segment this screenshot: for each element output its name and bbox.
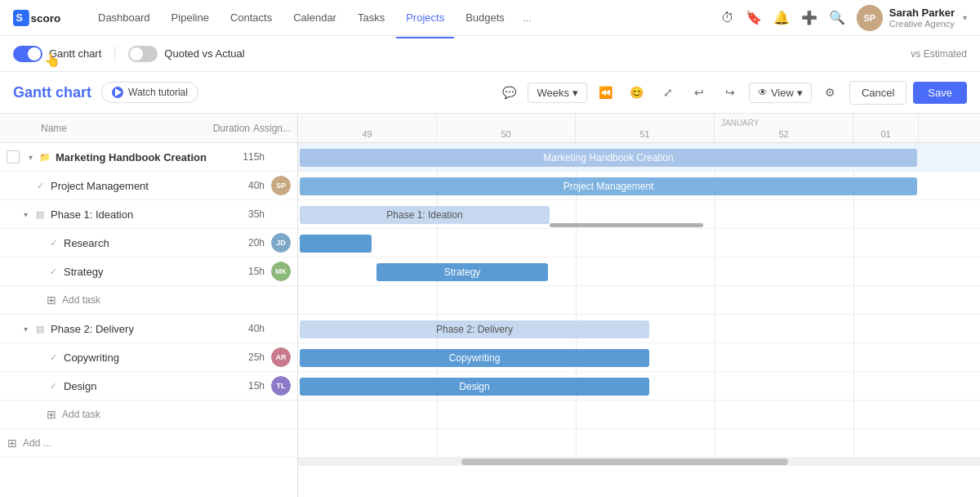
gantt-row: Project Management <box>298 172 980 200</box>
comment-icon-btn[interactable]: 💬 <box>497 80 521 105</box>
undo-icon-btn[interactable]: ↩ <box>687 80 711 105</box>
expand-icon[interactable] <box>33 351 44 363</box>
add-group-button[interactable]: ⊞ Add ... <box>0 429 297 458</box>
expand-icon[interactable]: ▾ <box>20 208 31 220</box>
quoted-vs-actual-label: Quoted vs Actual <box>164 47 244 60</box>
nav-more-button[interactable]: ... <box>516 7 538 29</box>
nav-item-tasks[interactable]: Tasks <box>348 7 394 29</box>
add-task-button-phase2[interactable]: ⊞ Add task <box>0 401 297 429</box>
add-group-label: Add ... <box>23 437 51 449</box>
row-name: Marketing Handbook Creation <box>56 151 216 163</box>
watch-tutorial-button[interactable]: Watch tutorial <box>101 82 198 103</box>
gantt-bar-marketing[interactable]: Marketing Handbook Creation <box>300 149 917 167</box>
plus-icon: ⊞ <box>46 294 57 306</box>
toolbar-divider <box>114 46 115 62</box>
eye-icon: 👁 <box>758 87 768 98</box>
quoted-toggle-switch[interactable] <box>128 46 158 62</box>
row-duration: 15h <box>216 266 265 277</box>
week-col-52: 52 <box>715 114 853 142</box>
save-button[interactable]: Save <box>913 82 967 104</box>
svg-text:S: S <box>16 12 23 24</box>
plus-circle-icon[interactable]: ➕ <box>801 10 817 25</box>
gantt-bar-phase1[interactable]: Phase 1: Ideation <box>300 206 550 224</box>
cancel-button[interactable]: Cancel <box>849 81 906 105</box>
avatar: AR <box>271 347 291 367</box>
expand-icon[interactable] <box>33 266 44 277</box>
folder-icon: 📁 <box>39 151 51 163</box>
gantt-bar-copywriting[interactable]: Copywriting <box>300 349 649 367</box>
phase-icon: ▤ <box>34 323 46 334</box>
gantt-title: Gantt chart <box>13 84 91 101</box>
weeks-selector[interactable]: Weeks ▾ <box>528 83 587 103</box>
gantt-bar-design[interactable]: Design <box>300 378 649 396</box>
expand-icon[interactable] <box>20 180 31 191</box>
timer-icon[interactable]: ⏱ <box>721 11 734 25</box>
expand-icon[interactable]: ▾ <box>24 151 36 163</box>
svg-text:scoro: scoro <box>31 12 61 25</box>
week-col-01: 01 <box>853 114 919 142</box>
horizontal-scrollbar[interactable] <box>298 458 980 466</box>
expand-icon[interactable] <box>33 237 44 248</box>
check-icon: ✓ <box>47 237 59 248</box>
gantt-row <box>298 229 980 257</box>
avatar: SP <box>271 176 291 195</box>
undo-time-icon-btn[interactable]: ⏪ <box>594 80 618 105</box>
nav-item-projects[interactable]: Projects <box>396 7 454 29</box>
gantt-dependency-bar <box>550 223 703 227</box>
nav-item-calendar[interactable]: Calendar <box>283 7 346 29</box>
col-duration-header: Duration <box>201 123 250 134</box>
nav-item-dashboard[interactable]: Dashboard <box>88 7 160 29</box>
vs-estimated-label: vs Estimated <box>911 48 967 60</box>
table-row: ✓ Design 15h TL <box>0 372 297 401</box>
plus-icon: ⊞ <box>7 437 18 449</box>
gantt-bar-phase2[interactable]: Phase 2: Delivery <box>300 320 649 338</box>
watch-tutorial-label: Watch tutorial <box>128 87 188 98</box>
settings-icon-btn[interactable]: ⚙ <box>818 80 843 105</box>
quoted-vs-actual-toggle[interactable]: Quoted vs Actual <box>128 46 244 62</box>
row-name: Research <box>64 237 216 249</box>
row-duration: 40h <box>216 323 265 334</box>
right-panel: JANUARY 49 50 51 52 01 <box>298 114 980 497</box>
view-chevron-icon: ▾ <box>797 87 803 99</box>
add-task-button[interactable]: ⊞ Add task <box>0 286 297 315</box>
user-subtitle: Creative Agency <box>889 19 955 29</box>
user-chevron-icon: ▾ <box>963 13 967 22</box>
gantt-bar-project-mgmt[interactable]: Project Management <box>300 177 917 195</box>
nav-item-contacts[interactable]: Contacts <box>220 7 282 29</box>
user-menu[interactable]: SP Sarah Parker Creative Agency ▾ <box>857 5 967 31</box>
expand-icon[interactable]: ▾ <box>20 323 31 334</box>
redo-icon-btn[interactable]: ↪ <box>718 80 742 105</box>
week-col-51: 51 <box>576 114 715 142</box>
add-task-label: Add task <box>62 409 100 420</box>
column-headers: Name Duration Assign... <box>0 114 297 143</box>
gantt-bar-research[interactable] <box>300 235 372 253</box>
nav-item-budgets[interactable]: Budgets <box>456 7 514 29</box>
row-name: Design <box>64 380 216 392</box>
row-name: Copywriting <box>64 351 216 364</box>
gantt-bar-strategy[interactable]: Strategy <box>376 263 548 281</box>
timeline-header: JANUARY 49 50 51 52 01 <box>298 114 980 143</box>
logo[interactable]: S scoro <box>13 7 72 29</box>
smiley-icon-btn[interactable]: 😊 <box>625 80 649 105</box>
bookmark-icon[interactable]: 🔖 <box>746 10 762 25</box>
search-icon[interactable]: 🔍 <box>829 10 845 25</box>
gantt-chart-toggle[interactable]: Gantt chart 👆 <box>13 46 101 62</box>
col-assign-header: Assign... <box>250 123 291 134</box>
gantt-row: Design <box>298 372 980 401</box>
user-name: Sarah Parker <box>889 7 955 19</box>
expand-icon-btn[interactable]: ⤢ <box>656 80 680 105</box>
row-checkbox[interactable] <box>7 150 20 163</box>
view-selector[interactable]: 👁 View ▾ <box>749 83 812 103</box>
check-icon: ✓ <box>47 266 59 277</box>
nav-item-pipeline[interactable]: Pipeline <box>162 7 219 29</box>
check-icon: ✓ <box>47 380 59 392</box>
row-name: Phase 1: Ideation <box>51 208 216 221</box>
row-duration: 115h <box>216 151 265 163</box>
top-navigation: S scoro Dashboard Pipeline Contacts Cale… <box>0 0 980 36</box>
gantt-toggle-switch[interactable] <box>13 46 42 62</box>
expand-icon[interactable] <box>33 380 44 392</box>
scrollbar-thumb[interactable] <box>461 459 788 465</box>
bell-icon[interactable]: 🔔 <box>773 10 790 25</box>
gantt-header: Gantt chart Watch tutorial 💬 Weeks ▾ ⏪ 😊… <box>0 72 980 114</box>
gantt-row-empty <box>298 401 980 429</box>
